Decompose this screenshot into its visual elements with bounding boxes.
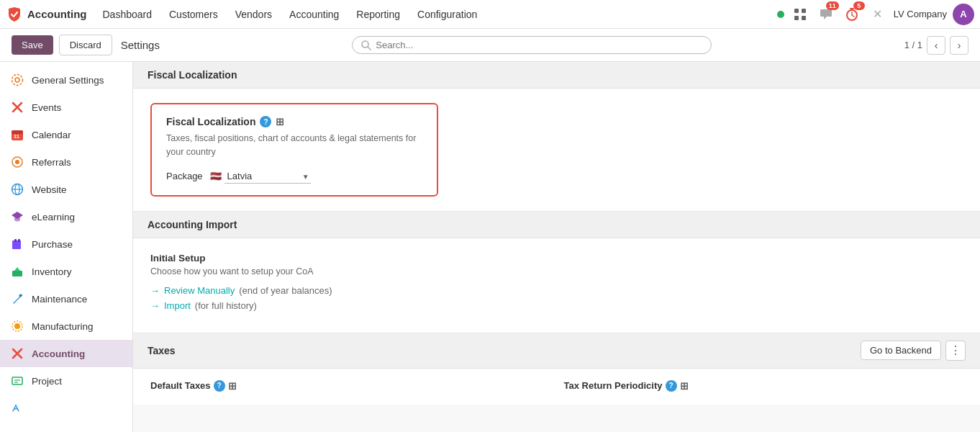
sidebar-item-label: General Settings: [32, 75, 104, 86]
svg-rect-2: [794, 16, 799, 20]
fiscal-card: Fiscal Localization ? ⊞ Taxes, fiscal po…: [150, 103, 438, 197]
three-dot-button[interactable]: ⋮: [945, 341, 966, 361]
messages-btn[interactable]: 11: [816, 4, 836, 24]
sidebar-item-manufacturing[interactable]: Manufacturing: [0, 312, 132, 340]
online-status: [777, 11, 784, 18]
nav-configuration[interactable]: Configuration: [410, 6, 484, 23]
accounting-icon: [10, 346, 24, 361]
sidebar-item-general-settings[interactable]: General Settings: [0, 66, 132, 94]
arrow-icon-1: →: [150, 285, 160, 296]
sidebar-item-project[interactable]: Project: [0, 367, 132, 395]
content-area: Fiscal Localization Fiscal Localization …: [133, 62, 980, 432]
fiscal-localization-section: Fiscal Localization Fiscal Localization …: [133, 62, 980, 212]
default-taxes-help-icon[interactable]: ?: [214, 380, 225, 392]
sidebar-item-label: Accounting: [32, 348, 85, 359]
elearning-icon: [10, 210, 24, 224]
grid-menu-btn[interactable]: [790, 4, 810, 24]
pagination-next[interactable]: ›: [950, 36, 968, 55]
events-icon: [10, 100, 24, 114]
save-button[interactable]: Save: [12, 35, 53, 55]
svg-rect-20: [12, 271, 22, 276]
svg-point-21: [19, 294, 22, 297]
svg-point-6: [15, 78, 19, 82]
page-title: Settings: [121, 39, 160, 51]
go-to-backend-button[interactable]: Go to Backend: [861, 341, 941, 360]
tax-return-label: Tax Return Periodicity ? ⊞: [564, 380, 963, 392]
sidebar-item-label: Inventory: [32, 266, 72, 277]
general-settings-icon: [10, 73, 24, 87]
nav-vendors[interactable]: Vendors: [228, 6, 279, 23]
accounting-import-body: Initial Setup Choose how you want to set…: [133, 238, 980, 333]
sidebar-item-label: eLearning: [32, 212, 75, 222]
sidebar-item-accounting[interactable]: Accounting: [0, 340, 132, 367]
fiscal-card-title: Fiscal Localization ? ⊞: [166, 116, 422, 127]
avatar[interactable]: A: [953, 4, 974, 25]
default-taxes-grid-icon: ⊞: [228, 380, 237, 392]
import-row: → Import (for full history): [150, 300, 963, 311]
svg-rect-18: [14, 239, 17, 242]
sidebar-item-calendar[interactable]: 31 Calendar: [0, 121, 132, 148]
sidebar-item-inventory[interactable]: Inventory: [0, 258, 132, 285]
review-manually-row: → Review Manually (end of year balances): [150, 285, 963, 296]
search-icon: [361, 40, 371, 50]
package-select-wrapper: 🇱🇻 Latvia ▼: [210, 169, 311, 184]
purchase-icon: [10, 237, 24, 251]
pagination: 1 / 1 ‹ ›: [904, 36, 968, 55]
svg-rect-3: [802, 16, 806, 20]
tax-return-help-icon[interactable]: ?: [666, 380, 677, 392]
project-icon: [10, 374, 24, 388]
inventory-icon: [10, 264, 24, 279]
taxes-header-actions: Go to Backend ⋮: [861, 341, 966, 361]
referrals-icon: [10, 155, 24, 169]
import-suffix: (for full history): [195, 300, 257, 311]
brand-label: Accounting: [27, 8, 87, 20]
help-icon[interactable]: ?: [260, 116, 271, 127]
discard-button[interactable]: Discard: [59, 35, 112, 55]
sidebar-item-label: Purchase: [32, 239, 73, 250]
sidebar-item-referrals[interactable]: Referrals: [0, 148, 132, 176]
brand[interactable]: Accounting: [6, 6, 87, 23]
main-layout: General Settings Events 31 Calendar: [0, 62, 980, 432]
sidebar-item-sign[interactable]: [0, 395, 132, 422]
review-manually-link[interactable]: Review Manually: [164, 285, 235, 296]
sidebar-item-events[interactable]: Events: [0, 94, 132, 121]
close-btn[interactable]: ✕: [868, 4, 888, 24]
calendar-icon: 31: [10, 127, 24, 142]
sidebar-item-maintenance[interactable]: Maintenance: [0, 285, 132, 312]
fiscal-localization-header: Fiscal Localization: [133, 62, 980, 89]
nav-dashboard[interactable]: Dashboard: [96, 6, 160, 23]
sidebar-item-website[interactable]: Website: [0, 176, 132, 203]
package-select[interactable]: Latvia: [224, 169, 311, 184]
maintenance-icon: [10, 292, 24, 306]
nav-right: 11 5 ✕ LV Company A: [777, 4, 974, 25]
nav-reporting[interactable]: Reporting: [349, 6, 407, 23]
sidebar-item-purchase[interactable]: Purchase: [0, 230, 132, 258]
initial-setup-title: Initial Setup: [150, 253, 963, 264]
sidebar-item-label: Calendar: [32, 130, 71, 140]
svg-text:31: 31: [14, 134, 19, 139]
timer-btn[interactable]: 5: [842, 4, 862, 24]
package-label: Package: [166, 171, 203, 181]
nav-accounting[interactable]: Accounting: [282, 6, 346, 23]
taxes-body: Default Taxes ? ⊞ Tax Return Periodicity…: [133, 369, 980, 405]
package-row: Package 🇱🇻 Latvia ▼: [166, 169, 422, 184]
manufacturing-icon: [10, 319, 24, 333]
sidebar-item-label: Maintenance: [32, 294, 87, 305]
search-input[interactable]: [376, 40, 702, 50]
svg-rect-24: [12, 377, 22, 384]
sidebar-item-label: Events: [32, 102, 61, 113]
nav-customers[interactable]: Customers: [162, 6, 225, 23]
sidebar-item-elearning[interactable]: eLearning: [0, 203, 132, 230]
default-taxes-label: Default Taxes ? ⊞: [150, 380, 550, 392]
grid-icon: [794, 8, 807, 21]
import-link[interactable]: Import: [164, 300, 191, 311]
sidebar: General Settings Events 31 Calendar: [0, 62, 133, 432]
search-bar: [352, 36, 712, 54]
svg-rect-0: [794, 9, 799, 13]
grid-icon: ⊞: [276, 116, 284, 127]
initial-setup-desc: Choose how you want to setup your CoA: [150, 266, 963, 276]
svg-point-22: [14, 323, 20, 329]
toolbar: Save Discard Settings 1 / 1 ‹ ›: [0, 29, 980, 62]
messages-badge: 11: [826, 1, 839, 10]
pagination-prev[interactable]: ‹: [927, 36, 945, 55]
